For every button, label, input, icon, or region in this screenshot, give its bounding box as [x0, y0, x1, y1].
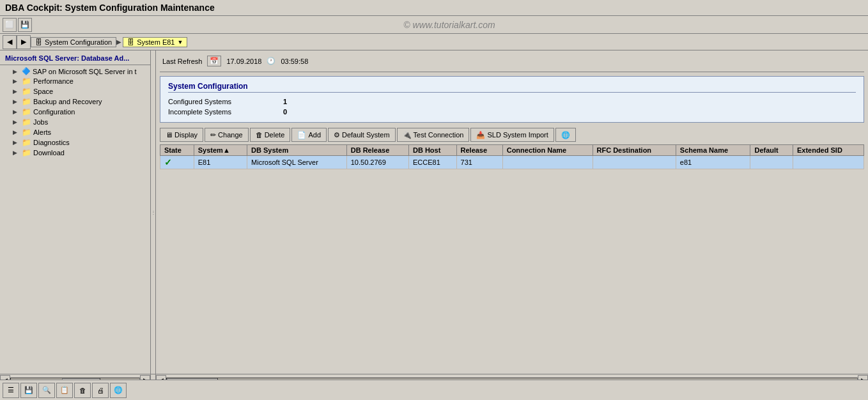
main-area: Microsoft SQL Server: Database Ad... ▶ 🔷…: [0, 50, 868, 374]
nav-row: ◀ ▶ 🗄 System Configuration ▶ 🗄 System E8…: [0, 34, 868, 50]
nav-separator: ▶: [116, 38, 121, 45]
cell-schema-name: e81: [676, 156, 750, 169]
expand-icon-jobs: ▶: [13, 119, 22, 125]
sidebar-item-label-space: Space: [33, 88, 53, 95]
change-label: Change: [218, 131, 243, 139]
sidebar-item-label-diagnostics: Diagnostics: [33, 139, 70, 146]
col-extended-sid: Extended SID: [793, 145, 864, 156]
refresh-time: 03:59:58: [281, 58, 308, 65]
page-icon: 🔷: [22, 67, 31, 75]
system-label: System E81: [137, 38, 174, 46]
cell-extended-sid: [793, 156, 864, 169]
display-label: Display: [174, 131, 198, 139]
sidebar-item-download[interactable]: ▶ 📁 Download: [0, 148, 150, 158]
app-title: DBA Cockpit: System Configuration Mainte…: [5, 3, 215, 13]
vertical-resize-handle[interactable]: ⋮: [151, 50, 156, 374]
default-system-button[interactable]: ⚙ Default System: [328, 128, 396, 142]
sidebar-item-backup[interactable]: ▶ 📁 Backup and Recovery: [0, 96, 150, 107]
config-box-title: System Configuration: [168, 82, 856, 93]
expand-icon-alerts: ▶: [13, 129, 22, 135]
sidebar-item-label-download: Download: [33, 149, 65, 157]
add-button[interactable]: 📄 Add: [291, 128, 327, 142]
col-state: State: [160, 145, 194, 156]
nav-forward[interactable]: ▶: [17, 35, 31, 49]
resize-dots: ⋮: [151, 210, 156, 215]
sidebar-item-label-backup: Backup and Recovery: [33, 98, 102, 105]
cell-state: ✓: [160, 156, 194, 169]
sidebar-item-diagnostics[interactable]: ▶ 📁 Diagnostics: [0, 137, 150, 148]
configured-systems-label: Configured Systems: [168, 98, 283, 105]
btn-bottom-save[interactable]: 💾: [20, 383, 37, 398]
chevron-down-icon: ▼: [177, 39, 183, 45]
btn-bottom-print[interactable]: 🖨: [92, 383, 109, 398]
sidebar-item-jobs[interactable]: ▶ 📁 Jobs: [0, 117, 150, 127]
delete-button[interactable]: 🗑 Delete: [250, 128, 291, 142]
btn-bottom-globe[interactable]: 🌐: [110, 383, 127, 398]
globe-button[interactable]: 🌐: [555, 128, 576, 142]
delete-icon: 🗑: [256, 131, 263, 139]
incomplete-systems-label: Incomplete Systems: [168, 108, 283, 116]
col-system: System▲: [194, 145, 247, 156]
sidebar-item-space[interactable]: ▶ 📁 Space: [0, 86, 150, 96]
cell-release: 731: [456, 156, 502, 169]
systems-table: State System▲ DB System DB Release DB Ho…: [160, 144, 864, 169]
test-connection-label: Test Connection: [414, 131, 464, 139]
folder-icon-dl: 📁: [22, 148, 31, 157]
btn-bottom-search[interactable]: 🔍: [38, 383, 55, 398]
last-refresh-label: Last Refresh: [162, 58, 202, 65]
cell-default: [750, 156, 793, 169]
col-db-system: DB System: [247, 145, 347, 156]
sld-import-button[interactable]: 📥 SLD System Import: [470, 128, 554, 142]
btn-bottom-clipboard[interactable]: 📋: [56, 383, 73, 398]
system-selector[interactable]: 🗄 System E81 ▼: [123, 37, 187, 47]
sidebar-item-alerts[interactable]: ▶ 📁 Alerts: [0, 127, 150, 137]
sidebar-item-label-jobs: Jobs: [33, 118, 48, 126]
btn-bottom-menu[interactable]: ☰: [3, 383, 19, 398]
clock-icon: 🕐: [267, 57, 275, 65]
sidebar-item-label: SAP on Microsoft SQL Server in t: [33, 68, 137, 75]
globe-icon: 🌐: [561, 131, 570, 139]
folder-icon-backup: 📁: [22, 97, 31, 106]
nav-back[interactable]: ◀: [3, 35, 17, 49]
display-button[interactable]: 🖥 Display: [160, 128, 203, 142]
expand-icon-config: ▶: [13, 109, 22, 115]
col-connection-name: Connection Name: [502, 145, 593, 156]
cell-db-release: 10.50.2769: [346, 156, 408, 169]
test-connection-button[interactable]: 🔌 Test Connection: [397, 128, 470, 142]
toolbar-btn-2[interactable]: 💾: [18, 18, 32, 32]
sld-icon: 📥: [476, 131, 485, 139]
breadcrumb-icon: 🗄: [35, 38, 42, 46]
cell-system: E81: [194, 156, 247, 169]
expand-icon-dl: ▶: [13, 150, 22, 156]
bottom-toolbar: ☰ 💾 🔍 📋 🗑 🖨 🌐: [0, 380, 868, 400]
sidebar-item-performance[interactable]: ▶ 📁 Performance: [0, 76, 150, 86]
expand-icon-backup: ▶: [13, 98, 22, 105]
breadcrumb: 🗄 System Configuration: [31, 37, 116, 47]
folder-icon-jobs: 📁: [22, 118, 31, 127]
sidebar-item-configuration[interactable]: ▶ 📁 Configuration: [0, 107, 150, 117]
sidebar-header: Microsoft SQL Server: Database Ad...: [0, 53, 150, 63]
main-toolbar: ⬜ 💾 © www.tutorialkart.com: [0, 16, 868, 34]
content-area: Last Refresh 📅 17.09.2018 🕐 03:59:58 Sys…: [156, 50, 868, 374]
col-db-release: DB Release: [346, 145, 408, 156]
table-row[interactable]: ✓ E81 Microsoft SQL Server 10.50.2769 EC…: [160, 156, 864, 169]
config-row-incomplete: Incomplete Systems 0: [168, 107, 856, 117]
toolbar-btn-1[interactable]: ⬜: [3, 18, 17, 32]
system-icon: 🗄: [127, 38, 134, 46]
checkmark-icon: ✓: [164, 157, 172, 167]
col-db-host: DB Host: [408, 145, 456, 156]
col-default: Default: [750, 145, 793, 156]
sidebar-item-label-performance: Performance: [33, 77, 74, 85]
watermark: © www.tutorialkart.com: [33, 20, 865, 30]
change-button[interactable]: ✏ Change: [205, 128, 249, 142]
folder-icon-perf: 📁: [22, 77, 31, 86]
folder-icon-config: 📁: [22, 107, 31, 116]
default-label: Default System: [342, 131, 390, 139]
btn-bottom-delete[interactable]: 🗑: [74, 383, 91, 398]
action-toolbar: 🖥 Display ✏ Change 🗑 Delete 📄 Add ⚙: [160, 128, 864, 142]
cell-db-system: Microsoft SQL Server: [247, 156, 347, 169]
sidebar-item-sap[interactable]: ▶ 🔷 SAP on Microsoft SQL Server in t: [0, 66, 150, 76]
title-bar: DBA Cockpit: System Configuration Mainte…: [0, 0, 868, 16]
expand-icon-perf: ▶: [13, 78, 22, 84]
cell-rfc-destination: [593, 156, 676, 169]
